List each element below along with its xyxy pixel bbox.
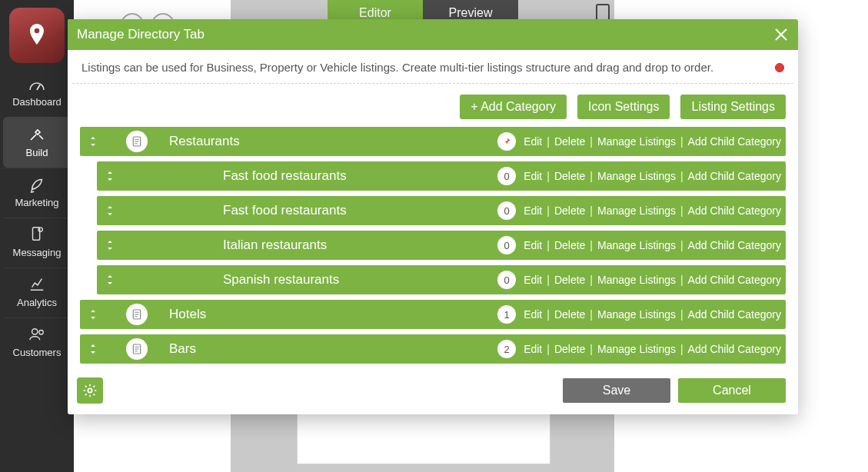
icon-settings-button[interactable]: Icon Settings bbox=[577, 95, 670, 119]
drag-handle[interactable] bbox=[103, 204, 117, 218]
add-category-button[interactable]: + Add Category bbox=[460, 95, 567, 119]
drag-handle-icon bbox=[89, 310, 97, 319]
add-child-category-link[interactable]: Add Child Category bbox=[688, 308, 781, 321]
drag-handle[interactable] bbox=[103, 169, 117, 183]
sidebar-item-label: Customers bbox=[13, 347, 62, 358]
category-list: RestaurantsEdit | Delete | Manage Listin… bbox=[68, 127, 798, 368]
delete-link[interactable]: Delete bbox=[554, 170, 585, 182]
listing-count-badge: 0 bbox=[497, 271, 516, 289]
svg-point-15 bbox=[88, 388, 91, 392]
edit-link[interactable]: Edit bbox=[524, 274, 542, 286]
separator: | bbox=[590, 274, 593, 286]
delete-link[interactable]: Delete bbox=[554, 204, 585, 217]
category-actions: 1Edit | Delete | Manage Listings | Add C… bbox=[497, 300, 781, 329]
drag-handle-icon bbox=[106, 241, 114, 250]
separator: | bbox=[547, 135, 550, 148]
category-actions: 0Edit | Delete | Manage Listings | Add C… bbox=[497, 196, 781, 225]
separator: | bbox=[590, 343, 593, 355]
sidebar-item-label: Dashboard bbox=[12, 96, 62, 108]
drag-handle[interactable] bbox=[103, 238, 117, 252]
separator: | bbox=[547, 204, 550, 217]
delete-link[interactable]: Delete bbox=[554, 343, 585, 355]
record-indicator-icon bbox=[775, 63, 784, 72]
manage-listings-link[interactable]: Manage Listings bbox=[597, 239, 676, 251]
category-row: Hotels1Edit | Delete | Manage Listings |… bbox=[80, 300, 786, 329]
listing-settings-button[interactable]: Listing Settings bbox=[680, 95, 786, 119]
add-child-category-link[interactable]: Add Child Category bbox=[688, 170, 781, 182]
separator: | bbox=[680, 239, 683, 251]
modal-header: Manage Directory Tab bbox=[68, 19, 798, 50]
add-child-category-link[interactable]: Add Child Category bbox=[688, 343, 781, 355]
sidebar-item-marketing[interactable]: Marketing bbox=[3, 168, 71, 218]
app-logo bbox=[9, 8, 65, 63]
delete-link[interactable]: Delete bbox=[554, 135, 585, 148]
drag-handle-icon bbox=[89, 344, 97, 354]
delete-link[interactable]: Delete bbox=[554, 274, 585, 286]
add-child-category-link[interactable]: Add Child Category bbox=[688, 274, 781, 286]
category-name: Restaurants bbox=[169, 134, 240, 149]
delete-link[interactable]: Delete bbox=[554, 308, 585, 321]
sidebar-item-label: Analytics bbox=[17, 297, 57, 308]
category-name: Spanish restaurants bbox=[223, 272, 339, 288]
add-child-category-link[interactable]: Add Child Category bbox=[688, 239, 781, 251]
category-name: Italian restaurants bbox=[223, 238, 327, 253]
sidebar-item-label: Messaging bbox=[13, 247, 62, 258]
separator: | bbox=[547, 239, 550, 251]
category-actions: Edit | Delete | Manage Listings | Add Ch… bbox=[497, 127, 781, 156]
manage-directory-modal: Manage Directory Tab Listings can be use… bbox=[68, 19, 798, 414]
separator: | bbox=[590, 308, 593, 321]
document-icon bbox=[131, 308, 143, 321]
manage-listings-link[interactable]: Manage Listings bbox=[597, 135, 676, 148]
separator: | bbox=[590, 204, 593, 217]
edit-link[interactable]: Edit bbox=[524, 135, 542, 148]
separator: | bbox=[547, 274, 550, 286]
drag-handle[interactable] bbox=[86, 307, 100, 321]
separator: | bbox=[680, 170, 683, 182]
manage-listings-link[interactable]: Manage Listings bbox=[597, 170, 676, 182]
manage-listings-link[interactable]: Manage Listings bbox=[597, 204, 676, 217]
category-icon bbox=[126, 338, 148, 360]
category-actions: 0Edit | Delete | Manage Listings | Add C… bbox=[497, 265, 781, 294]
sidebar-item-messaging[interactable]: Messaging bbox=[3, 218, 71, 268]
pushpin-icon bbox=[502, 137, 511, 146]
category-row: Bars2Edit | Delete | Manage Listings | A… bbox=[80, 334, 786, 364]
document-icon bbox=[131, 343, 143, 355]
separator: | bbox=[680, 274, 683, 286]
sidebar-item-customers[interactable]: Customers bbox=[3, 317, 71, 367]
edit-link[interactable]: Edit bbox=[524, 170, 542, 182]
drag-handle[interactable] bbox=[103, 273, 117, 287]
sidebar-nav: Dashboard Build Marketing Messaging Anal… bbox=[0, 0, 74, 472]
add-child-category-link[interactable]: Add Child Category bbox=[688, 204, 781, 217]
cancel-button[interactable]: Cancel bbox=[678, 378, 786, 403]
add-child-category-link[interactable]: Add Child Category bbox=[688, 135, 781, 148]
delete-link[interactable]: Delete bbox=[554, 239, 585, 251]
edit-link[interactable]: Edit bbox=[524, 308, 542, 321]
phone-message-icon bbox=[28, 226, 45, 243]
close-icon bbox=[773, 26, 790, 43]
edit-link[interactable]: Edit bbox=[524, 343, 542, 355]
edit-link[interactable]: Edit bbox=[524, 204, 542, 217]
drag-handle[interactable] bbox=[86, 135, 100, 148]
category-row: RestaurantsEdit | Delete | Manage Listin… bbox=[80, 127, 786, 156]
category-name: Hotels bbox=[169, 307, 206, 322]
drag-handle[interactable] bbox=[86, 342, 100, 356]
manage-listings-link[interactable]: Manage Listings bbox=[597, 308, 676, 321]
manage-listings-link[interactable]: Manage Listings bbox=[597, 343, 676, 355]
modal-close-button[interactable] bbox=[769, 22, 793, 47]
svg-point-4 bbox=[39, 331, 44, 335]
settings-gear-button[interactable] bbox=[77, 377, 103, 404]
listing-count-badge: 1 bbox=[497, 305, 516, 324]
subcategory-row: Fast food restaurants0Edit | Delete | Ma… bbox=[97, 161, 786, 191]
listing-count-badge: 0 bbox=[497, 236, 516, 254]
separator: | bbox=[680, 204, 683, 217]
edit-link[interactable]: Edit bbox=[524, 239, 542, 251]
subcategory-row: Italian restaurants0Edit | Delete | Mana… bbox=[97, 231, 786, 260]
sidebar-item-analytics[interactable]: Analytics bbox=[3, 268, 71, 317]
save-button[interactable]: Save bbox=[563, 378, 670, 403]
tools-icon bbox=[28, 125, 46, 143]
manage-listings-link[interactable]: Manage Listings bbox=[597, 274, 676, 286]
sidebar-item-build[interactable]: Build bbox=[3, 117, 71, 168]
sidebar-item-dashboard[interactable]: Dashboard bbox=[3, 69, 71, 117]
listing-count-badge: 0 bbox=[497, 201, 516, 220]
gear-icon bbox=[82, 383, 98, 398]
